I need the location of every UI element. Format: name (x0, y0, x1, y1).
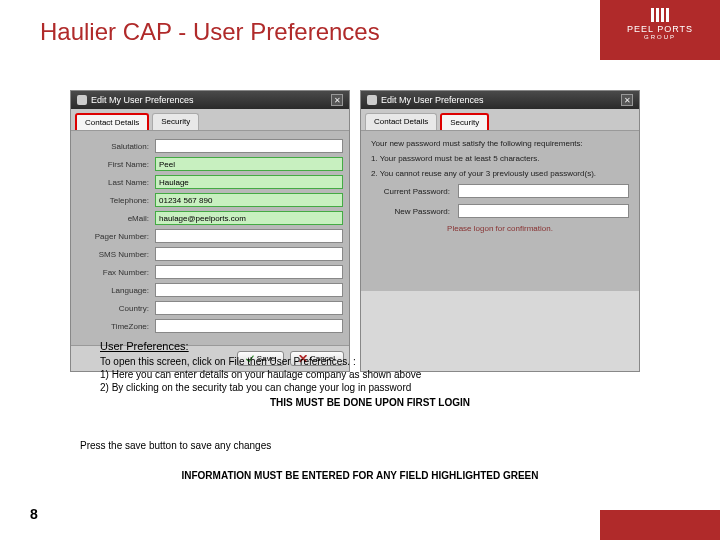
security-form: Your new password must satisfy the follo… (361, 131, 639, 291)
input-fax[interactable] (155, 265, 343, 279)
instruction-line-2: 2) By clicking on the security tab you c… (100, 382, 640, 393)
label-sms: SMS Number: (77, 250, 155, 259)
close-icon[interactable]: ✕ (331, 94, 343, 106)
instructions-heading: User Preferences: (100, 340, 640, 352)
footer-accent (600, 510, 720, 540)
instruction-line-0: To open this screen, click on File then … (100, 356, 640, 367)
tabs-security: Contact Details Security (361, 109, 639, 131)
press-save-note: Press the save button to save any change… (80, 440, 271, 451)
label-language: Language: (77, 286, 155, 295)
input-telephone[interactable] (155, 193, 343, 207)
label-salutation: Salutation: (77, 142, 155, 151)
tabs-contact: Contact Details Security (71, 109, 349, 131)
input-timezone[interactable] (155, 319, 343, 333)
window-contact: Edit My User Preferences ✕ Contact Detai… (70, 90, 350, 372)
label-current-password: Current Password: (371, 187, 458, 196)
label-timezone: TimeZone: (77, 322, 155, 331)
input-new-password[interactable] (458, 204, 629, 218)
close-icon[interactable]: ✕ (621, 94, 633, 106)
tab-contact-details[interactable]: Contact Details (75, 113, 149, 130)
input-sms[interactable] (155, 247, 343, 261)
input-salutation[interactable] (155, 139, 343, 153)
gear-icon (77, 95, 87, 105)
brand-bars (600, 8, 720, 22)
tab-contact-details[interactable]: Contact Details (365, 113, 437, 130)
window-title-text: Edit My User Preferences (381, 95, 484, 105)
input-first-name[interactable] (155, 157, 343, 171)
green-field-warning: INFORMATION MUST BE ENTERED FOR ANY FIEL… (0, 470, 720, 481)
tab-security[interactable]: Security (440, 113, 489, 130)
contact-form: Salutation: First Name: Last Name: Telep… (71, 131, 349, 345)
brand-name: PEEL PORTS (600, 24, 720, 34)
label-country: Country: (77, 304, 155, 313)
titlebar-security: Edit My User Preferences ✕ (361, 91, 639, 109)
security-hint: Please logon for confirmation. (371, 224, 629, 233)
label-last-name: Last Name: (77, 178, 155, 187)
label-first-name: First Name: (77, 160, 155, 169)
page-number: 8 (30, 506, 38, 522)
input-country[interactable] (155, 301, 343, 315)
input-email[interactable] (155, 211, 343, 225)
tab-security[interactable]: Security (152, 113, 199, 130)
input-pager[interactable] (155, 229, 343, 243)
security-intro: Your new password must satisfy the follo… (371, 139, 629, 148)
brand-group: GROUP (600, 34, 720, 40)
input-current-password[interactable] (458, 184, 629, 198)
label-new-password: New Password: (371, 207, 458, 216)
input-language[interactable] (155, 283, 343, 297)
label-fax: Fax Number: (77, 268, 155, 277)
security-rule-2: 2. You cannot reuse any of your 3 previo… (371, 169, 629, 178)
input-last-name[interactable] (155, 175, 343, 189)
brand-block: PEEL PORTS GROUP (600, 0, 720, 60)
instructions: User Preferences: To open this screen, c… (100, 340, 640, 408)
window-security: Edit My User Preferences ✕ Contact Detai… (360, 90, 640, 372)
gear-icon (367, 95, 377, 105)
instruction-bold: THIS MUST BE DONE UPON FIRST LOGIN (100, 397, 640, 408)
instruction-line-1: 1) Here you can enter details on your ha… (100, 369, 640, 380)
label-pager: Pager Number: (77, 232, 155, 241)
window-title-text: Edit My User Preferences (91, 95, 194, 105)
label-email: eMail: (77, 214, 155, 223)
titlebar-contact: Edit My User Preferences ✕ (71, 91, 349, 109)
label-telephone: Telephone: (77, 196, 155, 205)
page-title: Haulier CAP - User Preferences (40, 18, 380, 46)
security-rule-1: 1. Your password must be at least 5 char… (371, 154, 629, 163)
